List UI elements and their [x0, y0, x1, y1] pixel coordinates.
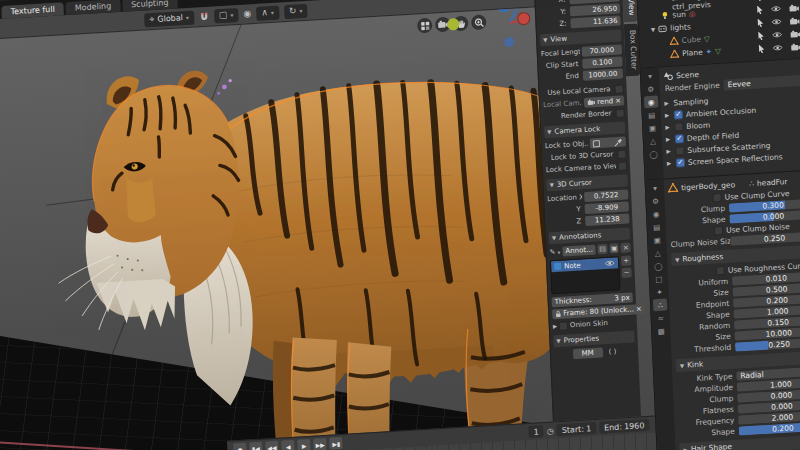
prev-keyframe-button[interactable]: ◀◀ — [265, 441, 279, 450]
pencil-icon[interactable]: ✎ — [549, 248, 555, 256]
threshold-value: 0.250 — [768, 339, 790, 349]
current-frame-field[interactable]: 1 — [528, 425, 544, 438]
record-button[interactable]: ● — [233, 443, 247, 450]
pointer-icon[interactable] — [757, 31, 764, 40]
bloom-checkbox[interactable] — [674, 122, 683, 132]
annotation-layer-list[interactable]: Note — [550, 256, 620, 294]
render-preview-button[interactable] — [417, 18, 433, 34]
navigation-gizmo[interactable]: Z — [446, 1, 533, 64]
tab-scene-icon[interactable]: △ — [646, 134, 661, 147]
jump-start-button[interactable]: ▮◀ — [249, 442, 263, 450]
tab-particles-icon[interactable]: ∴ — [653, 298, 668, 311]
camera-icon[interactable] — [789, 29, 800, 38]
tab-texture-icon[interactable]: ▦ — [654, 324, 669, 337]
gizmo-x-ball[interactable] — [517, 12, 531, 26]
mm-button[interactable]: MM — [573, 347, 603, 359]
snap-magnet-icon[interactable] — [199, 11, 209, 22]
jump-end-button[interactable]: ▶▮ — [330, 437, 344, 450]
tab-view-layer-icon[interactable]: ▣ — [650, 233, 665, 246]
tab-modifiers-icon[interactable]: ✦ — [652, 285, 667, 298]
pointer-icon[interactable] — [757, 18, 764, 27]
lock-to-3d-cursor-checkbox[interactable] — [617, 149, 626, 159]
eye-icon[interactable] — [770, 5, 781, 13]
tab-render-icon[interactable]: ◉ — [649, 207, 664, 220]
gizmo-minus-z-ball[interactable] — [504, 37, 514, 48]
transform-orientation-dropdown[interactable]: ⌖ Global ▾ — [144, 10, 194, 27]
use-clump-curve-checkbox[interactable] — [712, 193, 721, 203]
subsurface-scattering-checkbox[interactable] — [675, 146, 684, 156]
gyro-dropdown[interactable]: ↻ ▾ — [284, 3, 308, 18]
tab-tool-icon[interactable]: ⚙ — [643, 82, 658, 95]
lock-camera-to-view-checkbox[interactable] — [618, 161, 627, 171]
snap-target-dropdown[interactable]: ▢ ▾ — [214, 7, 239, 22]
unlink-annotation-button[interactable]: × — [621, 242, 631, 253]
editor-type-icon[interactable]: ▾ — [643, 69, 658, 82]
close-icon[interactable]: × — [636, 305, 642, 313]
tab-output-icon[interactable]: ▤ — [645, 108, 660, 121]
annotation-layer-row[interactable]: Note — [551, 257, 618, 272]
add-layer-button[interactable]: + — [621, 255, 631, 266]
next-keyframe-button[interactable]: ▶▶ — [313, 438, 327, 450]
proportional-editing-icon[interactable]: ◉ — [243, 9, 251, 18]
eye-icon[interactable] — [604, 259, 615, 267]
render-border-checkbox[interactable] — [615, 108, 624, 118]
camera-icon[interactable] — [789, 16, 800, 25]
expanded-icon[interactable]: ▼ — [651, 26, 655, 32]
pointer-icon[interactable] — [756, 0, 763, 1]
tab-world-icon[interactable]: ◯ — [646, 147, 661, 160]
eye-icon[interactable] — [771, 31, 782, 39]
tab-object-icon[interactable]: □ — [652, 272, 667, 285]
collapsed-icon[interactable]: ▶ — [666, 136, 672, 142]
collapsed-icon[interactable]: ▶ — [664, 100, 670, 106]
frame-start-field[interactable]: Start: 1 — [556, 422, 596, 436]
gyro-icon: ↻ — [289, 7, 297, 16]
clip-end-field[interactable]: 1000.00 — [583, 68, 623, 80]
collapsed-icon[interactable]: ▶ — [553, 323, 557, 329]
close-icon[interactable]: × — [615, 97, 621, 105]
pointer-icon[interactable] — [756, 5, 763, 14]
tab-scene-icon[interactable]: △ — [651, 246, 666, 259]
tab-physics-icon[interactable]: ≈ — [653, 311, 668, 324]
annotations-title: Annotations — [559, 231, 601, 241]
collapsed-icon[interactable]: ▶ — [667, 160, 673, 166]
play-button[interactable]: ▶ — [297, 439, 311, 450]
tab-output-icon[interactable]: ▤ — [649, 220, 664, 233]
eyedropper-icon[interactable] — [614, 137, 623, 147]
depth-of-field-checkbox[interactable]: ✓ — [675, 134, 684, 144]
font-data-icon — [660, 2, 669, 3]
frame-end-field[interactable]: End: 1960 — [599, 419, 650, 434]
collapsed-icon[interactable]: ▶ — [666, 148, 672, 154]
camera-icon[interactable] — [790, 42, 800, 51]
falloff-dropdown[interactable]: ∧ ▾ — [256, 5, 279, 20]
roughness-title: Roughness — [682, 252, 723, 263]
eye-icon[interactable] — [771, 18, 782, 26]
use-clump-noise-checkbox[interactable] — [714, 226, 723, 236]
dim-z-field[interactable]: 11.636 — [570, 15, 620, 28]
pointer-icon[interactable] — [758, 44, 765, 53]
tab-render-icon[interactable]: ◉ — [644, 95, 659, 108]
paren-button[interactable]: ( ) — [609, 348, 617, 356]
annotation-name-field[interactable]: Annot... — [562, 245, 596, 257]
editor-type-icon[interactable]: ▾ — [648, 181, 663, 194]
eye-icon[interactable] — [772, 44, 783, 52]
tab-tool-icon[interactable]: ⚙ — [648, 194, 663, 207]
use-roughness-curve-checkbox[interactable] — [716, 266, 725, 276]
remove-layer-button[interactable]: − — [621, 267, 631, 278]
collapsed-icon[interactable]: ▶ — [665, 124, 671, 130]
tab-world-icon[interactable]: ◯ — [651, 259, 666, 272]
layer-color-swatch[interactable] — [554, 263, 561, 270]
tab-view-layer-icon[interactable]: ▣ — [645, 121, 660, 134]
lock-to-object-field[interactable] — [590, 136, 626, 148]
camera-icon[interactable] — [788, 3, 799, 12]
collapsed-icon[interactable]: ▶ — [665, 112, 671, 118]
gizmo-y-ball[interactable] — [447, 18, 460, 31]
onion-skin-checkbox[interactable] — [559, 321, 568, 331]
cursor-z-field[interactable]: 11.238 — [585, 213, 629, 226]
screen-space-reflections-checkbox[interactable]: ✓ — [676, 158, 685, 168]
use-local-camera-checkbox[interactable] — [614, 84, 623, 94]
play-reverse-button[interactable]: ◀ — [281, 440, 295, 450]
ambient-occlusion-checkbox[interactable]: ✓ — [674, 110, 683, 120]
tab-view[interactable]: View — [622, 0, 637, 22]
duplicate-annotation-button[interactable]: ▣ — [609, 243, 619, 254]
new-annotation-button[interactable]: ▤ — [598, 244, 608, 255]
